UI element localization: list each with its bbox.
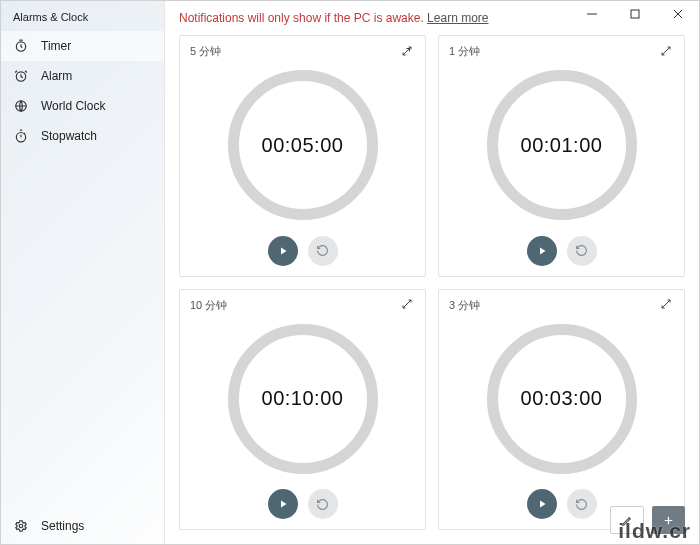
close-button[interactable]: [656, 1, 699, 27]
sidebar-item-label: Stopwatch: [41, 129, 97, 143]
sidebar-item-label: Alarm: [41, 69, 72, 83]
sidebar: Alarms & Clock Timer Alarm: [1, 1, 164, 544]
timer-title: 3 分钟: [449, 298, 480, 313]
alarm-icon: [13, 68, 29, 84]
app-title: Alarms & Clock: [1, 9, 164, 31]
timer-controls: [190, 236, 415, 266]
window-controls: [570, 1, 699, 27]
progress-ring: 00:03:00: [487, 324, 637, 474]
sidebar-item-world-clock[interactable]: World Clock: [1, 91, 164, 121]
reset-button[interactable]: [567, 236, 597, 266]
progress-ring: 00:01:00: [487, 70, 637, 220]
timer-card[interactable]: 3 分钟 00:03:00: [438, 289, 685, 531]
reset-button[interactable]: [567, 489, 597, 519]
notification-text: Notifications will only show if the PC i…: [179, 11, 427, 25]
time-readout: 00:05:00: [262, 134, 344, 157]
svg-point-4: [19, 524, 23, 528]
timer-title: 1 分钟: [449, 44, 480, 59]
timers-grid: 5 分钟 00:05:00: [165, 29, 699, 544]
timer-ring: 00:03:00: [449, 317, 674, 482]
expand-icon[interactable]: [660, 45, 674, 59]
timer-card-header: 10 分钟: [190, 298, 415, 313]
settings-label: Settings: [41, 519, 84, 533]
play-button[interactable]: [527, 236, 557, 266]
svg-rect-5: [631, 10, 639, 18]
sidebar-item-stopwatch[interactable]: Stopwatch: [1, 121, 164, 151]
play-button[interactable]: [268, 236, 298, 266]
timer-controls: [449, 236, 674, 266]
progress-ring: 00:10:00: [228, 324, 378, 474]
expand-icon[interactable]: [401, 45, 415, 59]
minimize-button[interactable]: [570, 1, 613, 27]
app-window: Alarms & Clock Timer Alarm: [0, 0, 700, 545]
stopwatch-icon: [13, 128, 29, 144]
timer-card-header: 3 分钟: [449, 298, 674, 313]
footer-actions: [610, 506, 685, 534]
expand-icon[interactable]: [660, 298, 674, 312]
timer-title: 10 分钟: [190, 298, 227, 313]
time-readout: 00:01:00: [521, 134, 603, 157]
timer-ring: 00:10:00: [190, 317, 415, 482]
play-button[interactable]: [268, 489, 298, 519]
sidebar-item-alarm[interactable]: Alarm: [1, 61, 164, 91]
maximize-button[interactable]: [613, 1, 656, 27]
timer-ring: 00:01:00: [449, 63, 674, 228]
gear-icon: [13, 518, 29, 534]
reset-button[interactable]: [308, 236, 338, 266]
timer-card[interactable]: 1 分钟 00:01:00: [438, 35, 685, 277]
add-timer-button[interactable]: [652, 506, 685, 534]
timer-icon: [13, 38, 29, 54]
timer-card-header: 5 分钟: [190, 44, 415, 59]
expand-icon[interactable]: [401, 298, 415, 312]
reset-button[interactable]: [308, 489, 338, 519]
timer-controls: [190, 489, 415, 519]
world-clock-icon: [13, 98, 29, 114]
timer-card-header: 1 分钟: [449, 44, 674, 59]
sidebar-item-label: Timer: [41, 39, 71, 53]
sidebar-nav: Timer Alarm World Clock: [1, 31, 164, 508]
time-readout: 00:03:00: [521, 387, 603, 410]
play-button[interactable]: [527, 489, 557, 519]
sidebar-item-timer[interactable]: Timer: [1, 31, 164, 61]
sidebar-item-settings[interactable]: Settings: [1, 508, 164, 544]
timer-card[interactable]: 5 分钟 00:05:00: [179, 35, 426, 277]
main-content: Notifications will only show if the PC i…: [164, 1, 699, 544]
learn-more-link[interactable]: Learn more: [427, 11, 488, 25]
time-readout: 00:10:00: [262, 387, 344, 410]
timer-ring: 00:05:00: [190, 63, 415, 228]
timer-card[interactable]: 10 分钟 00:10:00: [179, 289, 426, 531]
edit-timers-button[interactable]: [610, 506, 644, 534]
sidebar-item-label: World Clock: [41, 99, 105, 113]
timer-title: 5 分钟: [190, 44, 221, 59]
progress-ring: 00:05:00: [228, 70, 378, 220]
